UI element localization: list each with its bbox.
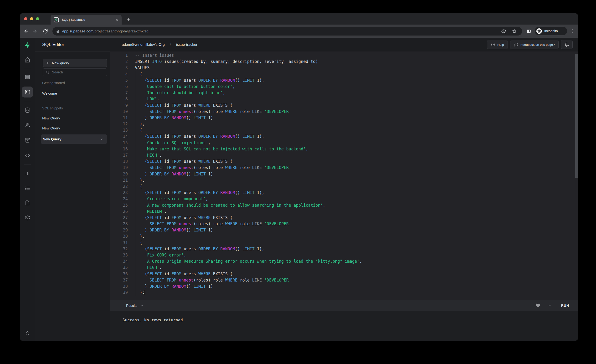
help-button[interactable]: Help <box>487 40 508 49</box>
line-number: 29 <box>110 227 128 233</box>
incognito-label: Incognito <box>544 29 558 33</box>
sidebar-item-welcome[interactable]: Welcome <box>42 91 57 95</box>
tab-title: SQL | Supabase <box>62 18 115 22</box>
code-line: 6 'Update call-to-action button color', <box>110 83 578 90</box>
line-number: 8 <box>110 96 128 102</box>
line-number: 31 <box>110 240 128 246</box>
line-number: 1 <box>110 52 128 58</box>
breadcrumb-org[interactable]: adam@windmill.dev's Org <box>122 42 165 47</box>
line-number: 27 <box>110 215 128 221</box>
eye-off-icon[interactable] <box>501 29 506 34</box>
breadcrumb-project[interactable]: issue-tracker <box>176 42 197 47</box>
new-query-button[interactable]: New query <box>43 59 107 67</box>
results-dropdown[interactable]: Results <box>126 304 144 307</box>
run-button[interactable]: RUN <box>559 302 571 309</box>
code-line: 8 'LOW', <box>110 96 578 102</box>
browser-toolbar: app.supabase.com/project/azahtnhqohyjerz… <box>20 25 578 38</box>
editor-scrollbar[interactable] <box>575 54 578 178</box>
logs-icon[interactable] <box>22 183 33 194</box>
feedback-button[interactable]: Feedback on this page? <box>510 40 559 49</box>
code-line: 24 'Create search component', <box>110 196 578 202</box>
code-line: 5 (SELECT id FROM users ORDER BY RANDOM(… <box>110 77 578 83</box>
line-number: 11 <box>110 115 128 121</box>
code-line: 30 ), <box>110 233 578 239</box>
browser-tab[interactable]: SQL | Supabase <box>51 15 122 25</box>
search-input[interactable] <box>52 70 100 74</box>
code-line: 17 'HIGH', <box>110 152 578 158</box>
line-number: 15 <box>110 140 128 146</box>
favorite-heart-icon[interactable] <box>536 303 540 308</box>
reload-icon[interactable] <box>42 28 49 35</box>
database-icon[interactable] <box>22 105 33 116</box>
traffic-light-zoom-icon[interactable] <box>36 17 39 20</box>
sidebar-item-new-query-2[interactable]: New Query <box>42 126 60 130</box>
line-number: 33 <box>110 252 128 258</box>
code-line: 10 SELECT FROM unnest(roles) role WHERE … <box>110 108 578 115</box>
code-line: 18 (SELECT id FROM users WHERE EXISTS ( <box>110 158 578 164</box>
reports-icon[interactable] <box>22 168 33 178</box>
traffic-light-minimize-icon[interactable] <box>30 17 33 20</box>
edge-functions-icon[interactable] <box>22 150 33 161</box>
supabase-logo-icon[interactable] <box>22 40 33 51</box>
settings-gear-icon[interactable] <box>22 212 33 223</box>
incognito-badge: Incognito <box>535 27 567 35</box>
url-bar[interactable]: app.supabase.com/project/azahtnhqohyjerz… <box>52 27 522 36</box>
supabase-app: SQL Editor New query Getting started Wel… <box>20 38 578 341</box>
side-panel-icon[interactable] <box>525 28 532 35</box>
sql-editor-panel: SQL Editor New query Getting started Wel… <box>35 38 110 341</box>
code-line: 4 ( <box>110 71 578 77</box>
incognito-icon <box>536 28 542 34</box>
api-docs-icon[interactable] <box>22 197 33 208</box>
code-line: 3VALUES <box>110 65 578 71</box>
home-icon[interactable] <box>22 54 33 65</box>
storage-icon[interactable] <box>22 135 33 146</box>
line-number: 35 <box>110 264 128 271</box>
chevron-down-icon <box>141 304 144 307</box>
line-number: 36 <box>110 271 128 277</box>
results-content: Success. No rows returned <box>110 311 578 341</box>
line-number: 12 <box>110 121 128 127</box>
feedback-bubble-icon <box>514 42 518 47</box>
nav-rail <box>20 38 35 341</box>
forward-icon[interactable] <box>31 28 38 35</box>
line-number: 22 <box>110 183 128 190</box>
traffic-light-close-icon[interactable] <box>24 17 27 20</box>
line-number: 9 <box>110 102 128 108</box>
code-line: 37 SELECT FROM unnest(roles) role WHERE … <box>110 277 578 283</box>
line-number: 19 <box>110 164 128 171</box>
new-tab-icon[interactable] <box>125 16 132 23</box>
bookmark-star-icon[interactable] <box>512 29 517 34</box>
search-icon <box>45 70 49 74</box>
line-number: 21 <box>110 177 128 183</box>
line-number: 13 <box>110 127 128 133</box>
notifications-button[interactable] <box>561 40 573 49</box>
tab-close-icon[interactable] <box>115 18 119 22</box>
sql-editor-icon[interactable] <box>22 87 33 97</box>
auth-users-icon[interactable] <box>22 119 33 130</box>
main-area: adam@windmill.dev's Org / issue-tracker … <box>110 38 578 341</box>
code-line: 36 (SELECT id FROM users WHERE EXISTS ( <box>110 271 578 277</box>
line-number: 6 <box>110 83 128 90</box>
code-line: 1-- Insert issues <box>110 52 578 58</box>
table-editor-icon[interactable] <box>22 72 33 82</box>
code-line: 27 (SELECT id FROM users WHERE EXISTS ( <box>110 215 578 221</box>
line-number: 5 <box>110 77 128 83</box>
page-title: SQL Editor <box>42 42 64 47</box>
code-line: 9 (SELECT id FROM users WHERE EXISTS ( <box>110 102 578 108</box>
results-bar: Results RUN <box>110 300 578 311</box>
run-options-chevron-icon[interactable] <box>548 304 552 307</box>
back-icon[interactable] <box>23 28 30 35</box>
sidebar-item-new-query-1[interactable]: New Query <box>42 116 60 120</box>
code-line: 32 (SELECT id FROM users ORDER BY RANDOM… <box>110 246 578 252</box>
code-line: 14 (SELECT id FROM users ORDER BY RANDOM… <box>110 133 578 140</box>
chevron-down-icon[interactable] <box>100 137 104 141</box>
line-number: 23 <box>110 190 128 196</box>
account-user-icon[interactable] <box>22 328 33 339</box>
code-line: 31 ( <box>110 240 578 246</box>
code-line: 39 ); <box>110 290 578 296</box>
code-line: 33 'Fix CORS error', <box>110 252 578 258</box>
sidebar-item-new-query-selected[interactable]: New Query <box>41 134 107 144</box>
browser-menu-icon[interactable] <box>569 27 576 35</box>
sql-code-editor[interactable]: 1-- Insert issues2INSERT INTO issues(cre… <box>110 52 578 300</box>
code-line: 22 ( <box>110 183 578 190</box>
